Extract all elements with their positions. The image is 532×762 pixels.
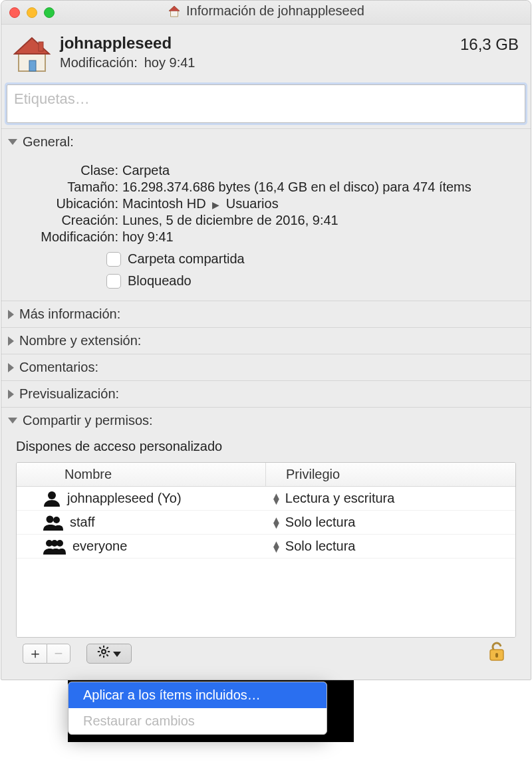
svg-rect-5	[39, 42, 43, 51]
svg-point-8	[53, 517, 60, 523]
perm-priv[interactable]: Solo lectura	[285, 539, 356, 554]
window-title: Información de johnappleseed	[1, 3, 531, 21]
section-preview-label: Previsualización:	[19, 386, 119, 402]
section-name-ext-label: Nombre y extensión:	[19, 333, 141, 348]
close-button[interactable]	[9, 7, 20, 18]
where-seg-1: Macintosh HD	[122, 196, 206, 211]
folder-size: 16,3 GB	[460, 35, 519, 54]
where-value: Macintosh HD ▶ Usuarios	[122, 196, 519, 211]
everyone-icon	[43, 539, 66, 555]
shared-folder-label: Carpeta compartida	[128, 251, 245, 267]
disclosure-closed-icon	[8, 336, 14, 346]
col-name[interactable]: Nombre	[17, 463, 266, 486]
add-button[interactable]: ＋	[23, 644, 47, 664]
disclosure-closed-icon	[8, 310, 14, 319]
minimize-button[interactable]	[27, 7, 37, 18]
perm-priv[interactable]: Lectura y escritura	[285, 491, 395, 506]
permissions-table: Nombre Privilegio johnappleseed (Yo) ▲▼ …	[16, 462, 516, 638]
chevron-down-icon	[113, 646, 121, 661]
table-blank	[17, 559, 515, 637]
locked-label: Bloqueado	[128, 273, 192, 289]
section-more-info-label: Más información:	[19, 307, 120, 322]
menu-revert[interactable]: Restaurar cambios	[68, 708, 327, 734]
modified-label: Modificación:	[60, 55, 138, 70]
user-icon	[43, 491, 61, 507]
table-row[interactable]: staff ▲▼ Solo lectura	[17, 511, 515, 535]
menu-apply-enclosed[interactable]: Aplicar a los ítems incluidos…	[68, 682, 327, 708]
plus-icon: ＋	[28, 644, 43, 664]
table-row[interactable]: everyone ▲▼ Solo lectura	[17, 535, 515, 559]
permissions-header: Nombre Privilegio	[17, 463, 515, 487]
created-label: Creación:	[13, 213, 122, 228]
zoom-button[interactable]	[44, 7, 55, 18]
header: johnappleseed Modificación: hoy 9:41 16,…	[1, 25, 531, 78]
folder-name: johnappleseed	[60, 34, 195, 53]
kind-value: Carpeta	[122, 163, 519, 178]
svg-marker-21	[113, 652, 121, 657]
size-label: Tamaño:	[13, 180, 122, 195]
access-text: Dispones de acceso personalizado	[16, 439, 516, 454]
where-seg-2: Usuarios	[226, 196, 279, 211]
svg-marker-1	[169, 6, 180, 11]
modified-value-g: hoy 9:41	[122, 229, 519, 245]
modified-label-g: Modificación:	[13, 229, 122, 245]
lock-icon[interactable]	[488, 642, 505, 665]
sort-icon[interactable]: ▲▼	[271, 493, 281, 504]
section-sharing[interactable]: Compartir y permisos:	[1, 407, 531, 434]
locked-checkbox[interactable]	[106, 274, 121, 289]
shared-folder-checkbox[interactable]	[106, 252, 121, 267]
where-label: Ubicación:	[13, 196, 122, 211]
header-text: johnappleseed Modificación: hoy 9:41	[60, 34, 195, 70]
window-title-text: Información de johnappleseed	[186, 3, 364, 19]
modified-value: hoy 9:41	[144, 55, 196, 70]
svg-point-12	[102, 650, 106, 654]
perm-name: everyone	[72, 539, 127, 554]
svg-point-11	[57, 540, 63, 547]
titlebar: Información de johnappleseed	[1, 1, 531, 25]
table-row[interactable]: johnappleseed (Yo) ▲▼ Lectura y escritur…	[17, 487, 515, 511]
disclosure-closed-icon	[8, 363, 14, 372]
svg-marker-3	[15, 38, 49, 54]
section-name-ext[interactable]: Nombre y extensión:	[1, 327, 531, 354]
perm-priv[interactable]: Solo lectura	[285, 515, 356, 530]
disclosure-open-icon	[8, 139, 17, 145]
sort-icon[interactable]: ▲▼	[271, 517, 281, 528]
action-popup: Aplicar a los ítems incluidos… Restaurar…	[68, 682, 327, 735]
disclosure-closed-icon	[8, 390, 14, 399]
section-comments[interactable]: Comentarios:	[1, 354, 531, 380]
col-privilege[interactable]: Privilegio	[266, 463, 515, 486]
path-separator-icon: ▶	[209, 199, 222, 210]
kind-label: Clase:	[13, 163, 122, 178]
sort-icon[interactable]: ▲▼	[271, 541, 281, 552]
sharing-body: Dispones de acceso personalizado Nombre …	[1, 434, 531, 680]
home-icon	[168, 5, 181, 18]
group-icon	[43, 515, 63, 531]
tags-field[interactable]: Etiquetas…	[7, 84, 525, 123]
section-preview[interactable]: Previsualización:	[1, 380, 531, 407]
svg-rect-4	[29, 61, 36, 71]
action-menu-button[interactable]	[86, 644, 132, 664]
size-value: 16.298.374.686 bytes (16,4 GB en el disc…	[122, 180, 519, 195]
svg-rect-23	[495, 653, 498, 658]
section-sharing-label: Compartir y permisos:	[23, 413, 153, 428]
gear-icon	[97, 645, 110, 662]
section-general[interactable]: General:	[1, 128, 531, 155]
info-window: Información de johnappleseed johnapplese…	[1, 0, 531, 680]
section-more-info[interactable]: Más información:	[1, 301, 531, 327]
svg-line-17	[99, 647, 101, 649]
traffic-lights	[9, 7, 55, 18]
svg-line-20	[106, 647, 108, 649]
disclosure-open-icon	[8, 418, 17, 424]
section-general-label: General:	[23, 134, 74, 150]
general-body: Clase: Carpeta Tamaño: 16.298.374.686 by…	[1, 155, 531, 301]
created-value: Lunes, 5 de diciembre de 2016, 9:41	[122, 213, 519, 228]
perm-name: staff	[70, 515, 94, 530]
section-comments-label: Comentarios:	[19, 360, 98, 375]
svg-point-6	[48, 491, 56, 499]
minus-icon: −	[55, 645, 63, 662]
svg-line-19	[99, 654, 101, 656]
permissions-toolbar: ＋ −	[16, 638, 516, 672]
remove-button[interactable]: −	[47, 644, 70, 664]
svg-marker-0	[169, 6, 180, 17]
svg-point-7	[47, 515, 54, 523]
